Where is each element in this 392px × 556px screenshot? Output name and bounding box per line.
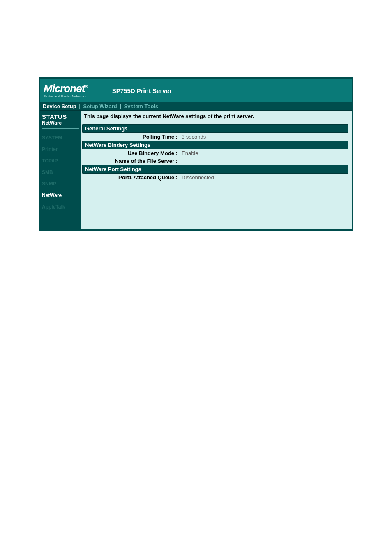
nav-separator: |: [78, 103, 82, 109]
sidebar-divider: [42, 128, 79, 129]
nav-system-tools[interactable]: System Tools: [124, 103, 159, 109]
logo: Micronet® Faster and Easier Networks: [44, 83, 88, 98]
app-frame: Micronet® Faster and Easier Networks SP7…: [39, 77, 353, 231]
sidebar-item-smb[interactable]: SMB: [42, 167, 79, 178]
header: Micronet® Faster and Easier Networks SP7…: [40, 79, 352, 102]
nav-setup-wizard[interactable]: Setup Wizard: [83, 103, 117, 109]
sidebar-status-sub: NetWare: [42, 120, 79, 126]
logo-brand: Micronet: [44, 82, 85, 95]
content: This page displays the current NetWare s…: [81, 111, 352, 229]
intro-text: This page displays the current NetWare s…: [82, 112, 348, 124]
value-polling-time: 3 seconds: [180, 134, 206, 140]
sidebar-item-system[interactable]: SYSTEM: [42, 132, 79, 144]
body: STATUS NetWare SYSTEM Printer TCP/IP SMB…: [40, 111, 352, 229]
sidebar-item-appletalk[interactable]: AppleTalk: [42, 201, 79, 213]
label-file-server: Name of the File Server :: [82, 158, 180, 164]
row-polling-time: Polling Time : 3 seconds: [82, 133, 348, 141]
logo-tagline: Faster and Easier Networks: [44, 95, 88, 98]
sidebar-item-printer[interactable]: Printer: [42, 144, 79, 155]
nav-separator: |: [118, 103, 122, 109]
sidebar: STATUS NetWare SYSTEM Printer TCP/IP SMB…: [40, 111, 81, 229]
section-bindery-header: NetWare Bindery Settings: [82, 141, 348, 149]
top-nav: Device Setup | Setup Wizard | System Too…: [40, 102, 352, 111]
page-title: SP755D Print Server: [112, 87, 172, 94]
value-port1-queue: Disconnected: [180, 174, 214, 181]
logo-text: Micronet®: [44, 83, 88, 94]
label-port1-queue: Port1 Attached Queue :: [82, 174, 180, 181]
label-bindery-mode: Use Bindery Mode :: [82, 150, 180, 156]
section-general-header: General Settings: [82, 124, 348, 133]
sidebar-item-netware[interactable]: NetWare: [42, 190, 79, 201]
section-port-header: NetWare Port Settings: [82, 165, 348, 174]
row-file-server: Name of the File Server :: [82, 157, 348, 165]
value-bindery-mode: Enable: [180, 150, 198, 156]
label-polling-time: Polling Time :: [82, 134, 180, 140]
row-port1-queue: Port1 Attached Queue : Disconnected: [82, 174, 348, 181]
row-bindery-mode: Use Bindery Mode : Enable: [82, 149, 348, 157]
sidebar-item-tcpip[interactable]: TCP/IP: [42, 155, 79, 167]
sidebar-item-snmp[interactable]: SNMP: [42, 178, 79, 190]
nav-device-setup[interactable]: Device Setup: [43, 103, 76, 109]
logo-reg: ®: [85, 84, 87, 89]
value-file-server: [180, 158, 182, 164]
sidebar-status-title: STATUS: [42, 113, 79, 120]
